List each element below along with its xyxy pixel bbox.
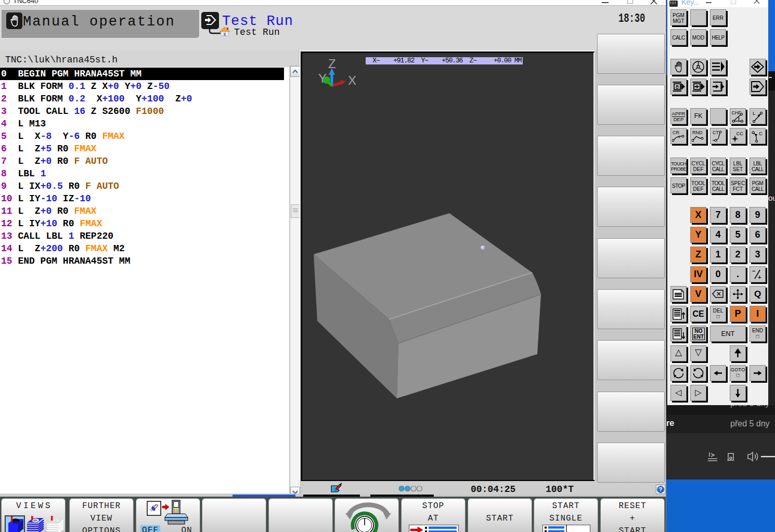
svg-text:CR: CR	[673, 130, 679, 135]
svg-text:+: +	[758, 274, 761, 280]
svg-text:−: −	[752, 268, 755, 274]
svg-text:CC: CC	[737, 131, 744, 136]
svg-text:CT: CT	[713, 130, 719, 135]
svg-text:CHF: CHF	[732, 110, 742, 115]
svg-text:L: L	[753, 110, 755, 116]
svg-text:RND: RND	[692, 130, 703, 135]
svg-text:C: C	[759, 131, 763, 136]
